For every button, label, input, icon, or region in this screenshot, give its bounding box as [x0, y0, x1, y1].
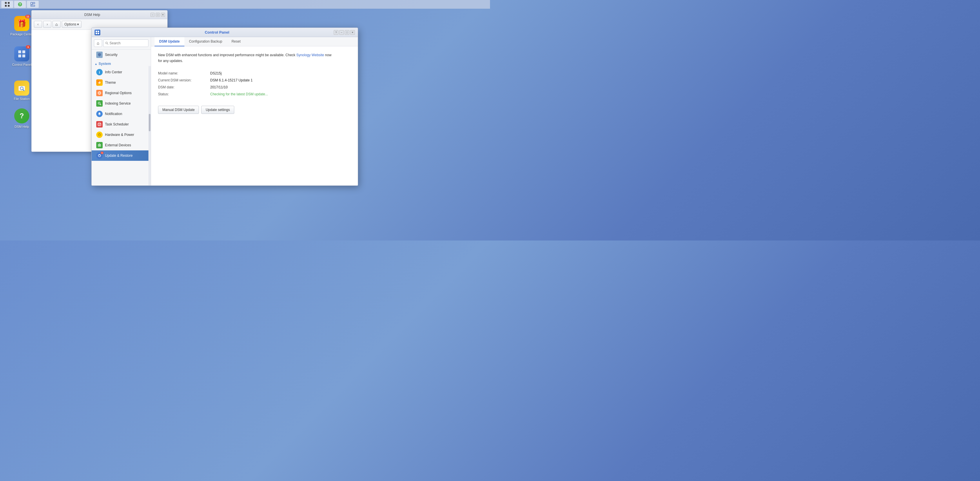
section-label: System [99, 62, 111, 66]
regional-options-icon [96, 90, 103, 96]
package-center-icon[interactable]: 🎁 11 Package Center [9, 16, 35, 36]
sidebar-item-theme[interactable]: Theme [92, 77, 151, 88]
dsm-version-row: Current DSM version: DSM 6.1.4-15217 Upd… [158, 77, 351, 84]
app-grid-button[interactable] [1, 1, 13, 8]
model-name-row: Model name: DS215j [158, 70, 351, 77]
help-button[interactable]: ? [14, 1, 26, 8]
sidebar-system-section: ▲ System [92, 60, 151, 67]
update-info-table: Model name: DS215j Current DSM version: … [158, 70, 351, 98]
package-center-label: Package Center [10, 32, 33, 36]
sidebar-item-indexing-service[interactable]: Indexing Service [92, 98, 151, 109]
section-collapse-icon[interactable]: ▲ [94, 62, 97, 65]
sidebar-item-external-devices-label: External Devices [105, 143, 131, 147]
svg-rect-9 [18, 51, 21, 53]
sidebar-scrollbar-track[interactable] [148, 66, 151, 186]
status-label: Status: [158, 92, 210, 96]
search-input[interactable] [110, 41, 146, 45]
cp-close-button[interactable]: ✕ [350, 30, 355, 35]
cp-help-button[interactable]: ? [334, 30, 338, 35]
control-panel-content: New DSM with enhanced functions and impr… [151, 46, 358, 186]
sidebar-search-area: ⌂ [92, 37, 151, 49]
options-button[interactable]: Options ▾ [62, 21, 81, 28]
update-settings-button[interactable]: Update settings [201, 106, 234, 114]
tab-reset[interactable]: Reset [227, 37, 245, 46]
sidebar-item-security[interactable]: Security [92, 49, 151, 60]
model-name-label: Model name: [158, 71, 210, 75]
svg-rect-7 [33, 2, 35, 4]
sidebar-scrollbar-thumb[interactable] [149, 114, 151, 131]
sidebar-item-regional-options[interactable]: Regional Options [92, 88, 151, 98]
update-restore-icon: 1 [96, 152, 103, 159]
svg-point-38 [98, 154, 100, 157]
dsm-date-value: 2017/11/10 [210, 85, 228, 89]
dsm-help-label: DSM Help [14, 125, 29, 129]
tab-dsm-update[interactable]: DSM Update [154, 37, 185, 46]
package-center-badge: 11 [25, 15, 30, 18]
dsm-help-close-button[interactable]: ✕ [161, 13, 165, 17]
sidebar-item-indexing-service-label: Indexing Service [105, 102, 131, 105]
dsm-help-titlebar: DSM Help – □ ✕ [32, 10, 167, 19]
tab-configuration-backup[interactable]: Configuration Backup [185, 37, 227, 46]
dsm-help-icon[interactable]: ? DSM Help [9, 108, 35, 129]
control-panel-tabs: DSM Update Configuration Backup Reset [151, 37, 358, 46]
dsm-help-minimize-button[interactable]: – [151, 13, 154, 17]
svg-rect-1 [8, 2, 10, 4]
sidebar-item-task-scheduler[interactable]: Task Scheduler [92, 119, 151, 130]
svg-point-20 [105, 42, 107, 44]
control-panel-label: Control Panel [12, 63, 32, 67]
security-icon [96, 52, 103, 58]
info-center-icon: i [96, 69, 103, 75]
manual-dsm-update-button[interactable]: Manual DSM Update [158, 106, 199, 114]
svg-rect-30 [98, 123, 101, 126]
indexing-service-icon [96, 100, 103, 106]
sidebar-item-hardware-power[interactable]: Hardware & Power [92, 130, 151, 140]
task-scheduler-icon [96, 121, 103, 127]
control-panel-icon[interactable]: 1 Control Panel [9, 46, 35, 67]
cp-minimize-button[interactable]: – [339, 30, 344, 35]
forward-button[interactable]: › [43, 21, 51, 28]
control-panel-sidebar: ⌂ Security ▲ System [92, 37, 151, 186]
sidebar-item-security-label: Security [105, 53, 118, 57]
sidebar-item-update-restore[interactable]: 1 Update & Restore [92, 151, 151, 161]
svg-rect-19 [98, 33, 99, 34]
file-station-icon[interactable]: File Station [9, 81, 35, 101]
cp-maximize-button[interactable]: □ [345, 30, 349, 35]
sidebar-item-notification[interactable]: Notification [92, 109, 151, 119]
status-value: Checking for the latest DSM update... [210, 92, 268, 96]
sidebar-item-regional-options-label: Regional Options [105, 91, 132, 95]
svg-rect-12 [22, 54, 25, 57]
home-button[interactable]: ⌂ [52, 21, 60, 28]
control-panel-window: Control Panel ? – □ ✕ ⌂ [91, 27, 358, 186]
sidebar-item-task-scheduler-label: Task Scheduler [105, 122, 129, 126]
back-button[interactable]: ‹ [34, 21, 42, 28]
control-panel-window-controls: ? – □ ✕ [334, 30, 355, 35]
synology-website-link[interactable]: Synology Website [296, 53, 324, 57]
options-label: Options [64, 22, 76, 26]
sidebar-item-update-restore-label: Update & Restore [105, 154, 132, 158]
file-manager-button[interactable] [27, 1, 39, 8]
sidebar-item-theme-label: Theme [105, 81, 116, 85]
svg-line-21 [107, 44, 108, 44]
sidebar-item-info-center[interactable]: i Info Center [92, 67, 151, 77]
taskbar: ? [0, 0, 490, 9]
search-box[interactable] [103, 40, 148, 47]
theme-icon [96, 79, 103, 86]
svg-rect-11 [18, 54, 21, 57]
dsm-date-label: DSM date: [158, 85, 210, 89]
svg-rect-18 [96, 33, 97, 34]
sidebar-home-button[interactable]: ⌂ [94, 40, 102, 47]
control-panel-body: ⌂ Security ▲ System [92, 37, 358, 186]
search-icon [105, 41, 108, 45]
notification-icon [96, 111, 103, 117]
external-devices-icon [96, 142, 103, 148]
sidebar-item-notification-label: Notification [105, 112, 122, 116]
sidebar-item-external-devices[interactable]: External Devices [92, 140, 151, 151]
control-panel-badge: 1 [26, 45, 30, 49]
update-buttons: Manual DSM Update Update settings [158, 106, 351, 114]
dsm-help-window-controls-right[interactable]: – □ ✕ [151, 13, 165, 17]
svg-line-28 [100, 104, 101, 105]
dsm-help-maximize-button[interactable]: □ [156, 13, 160, 17]
svg-point-23 [98, 81, 99, 82]
svg-rect-2 [5, 5, 7, 7]
svg-rect-3 [8, 5, 10, 7]
